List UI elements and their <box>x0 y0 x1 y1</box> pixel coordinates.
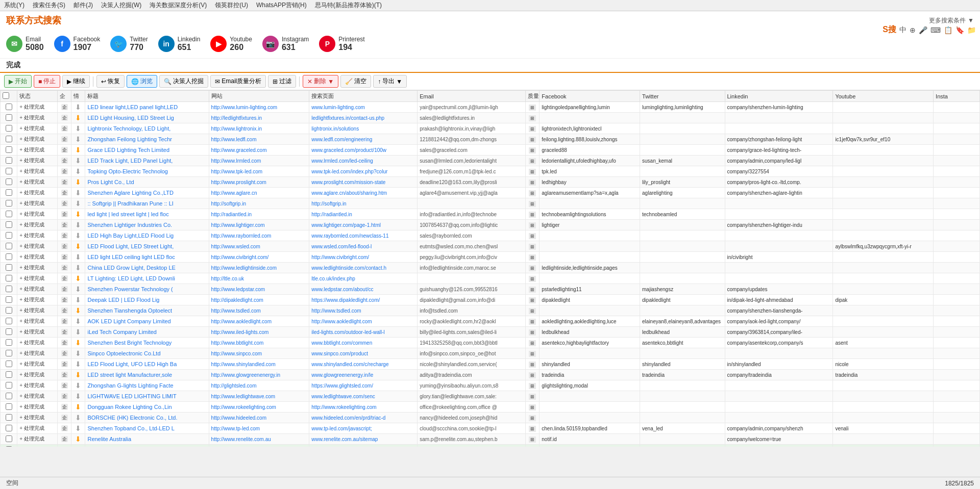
row-checkbox-cell[interactable] <box>1 413 17 423</box>
row-checkbox-cell[interactable] <box>1 327 17 338</box>
row-title[interactable]: Grace LED Lighting Tech Limited <box>85 145 209 156</box>
row-info-icon[interactable]: ⬇ <box>71 434 85 445</box>
row-info-icon[interactable]: ⬇ <box>71 338 85 348</box>
row-company-icon[interactable]: 企 <box>57 145 71 156</box>
row-page[interactable]: www.graceled.com/product/100w <box>309 145 418 156</box>
header-youtube[interactable]: Youtube <box>833 91 934 102</box>
row-title[interactable]: Deepak LED | LED Flood Lig <box>85 295 209 305</box>
row-title[interactable]: Lighting Tech Limited <box>85 445 209 447</box>
row-checkbox-cell[interactable] <box>1 402 17 413</box>
row-checkbox[interactable] <box>6 168 12 174</box>
row-info-icon[interactable]: ⬇ <box>71 316 85 327</box>
menu-decision[interactable]: 决策人挖掘(W) <box>101 1 141 10</box>
row-website[interactable]: http://www.iled-lights.com <box>209 327 309 338</box>
row-page[interactable]: www.raybornled.com/newclass-11 <box>309 230 418 241</box>
row-page[interactable]: ltle.co.uk/index.php <box>309 273 418 284</box>
row-checkbox-cell[interactable] <box>1 359 17 370</box>
row-title[interactable]: Dongguan Rokee Lighting Co.,Lin <box>85 402 209 413</box>
row-title[interactable]: LT Lighting: LED Light, LED Downli <box>85 273 209 284</box>
row-checkbox-cell[interactable] <box>1 316 17 327</box>
row-checkbox-cell[interactable] <box>1 338 17 348</box>
row-company-icon[interactable]: 企 <box>57 380 71 391</box>
row-company-icon[interactable]: 企 <box>57 102 71 113</box>
header-twitter[interactable]: Twitter <box>640 91 725 102</box>
header-instagram[interactable]: Insta <box>934 91 980 102</box>
row-checkbox[interactable] <box>6 221 12 228</box>
row-website[interactable]: http://www.renelite.com.au <box>209 434 309 445</box>
row-checkbox-cell[interactable] <box>1 145 17 156</box>
row-company-icon[interactable]: 企 <box>57 123 71 134</box>
row-website[interactable]: http://www.ledpstar.com <box>209 284 309 295</box>
row-company-icon[interactable]: 企 <box>57 370 71 380</box>
row-checkbox-cell[interactable] <box>1 423 17 434</box>
social-item-twitter[interactable]: 🐦 Twitter 770 <box>110 34 158 54</box>
row-page[interactable]: www.ledfl.com/engineering <box>309 134 418 145</box>
row-info-icon[interactable]: ⬇ <box>71 327 85 338</box>
row-company-icon[interactable]: 企 <box>57 113 71 123</box>
header-checkbox[interactable] <box>1 91 17 102</box>
row-info-icon[interactable]: ⬇ <box>71 134 85 145</box>
row-title[interactable]: Shenzhen Aglare Lighting Co.,LTD <box>85 188 209 198</box>
filter-button[interactable]: ⊞ 过滤 <box>268 75 296 88</box>
row-info-icon[interactable]: ⬇ <box>71 166 85 177</box>
header-title[interactable]: 标题 <box>85 91 209 102</box>
row-checkbox[interactable] <box>6 157 12 164</box>
restore-button[interactable]: ↩ 恢复 <box>96 75 125 88</box>
row-title[interactable]: Shenzhen Topband Co., Ltd-LED L <box>85 423 209 434</box>
row-checkbox[interactable] <box>6 286 12 292</box>
row-info-icon[interactable]: ⬇ <box>71 273 85 284</box>
row-checkbox[interactable] <box>6 243 12 249</box>
row-company-icon[interactable]: 企 <box>57 338 71 348</box>
row-company-icon[interactable]: 企 <box>57 177 71 188</box>
row-website[interactable]: http://www.tsdled.com <box>209 305 309 316</box>
row-page[interactable]: www.ledpstar.com/about/cc <box>309 284 418 295</box>
row-title[interactable]: AOK LED Light Company Limited <box>85 316 209 327</box>
row-checkbox[interactable] <box>6 425 12 431</box>
row-checkbox-cell[interactable] <box>1 391 17 402</box>
row-page[interactable]: www.glowgreenenergy.in/le <box>309 370 418 380</box>
menu-smart[interactable]: 思马特(新品推荐体验)(T) <box>315 1 382 10</box>
row-website[interactable]: http://ledlightfixtures.in <box>209 113 309 123</box>
row-company-icon[interactable]: 企 <box>57 198 71 209</box>
row-page[interactable]: iled-lights.com/outdoor-led-wall-l <box>309 327 418 338</box>
row-page[interactable]: http://softgrip.in <box>309 198 418 209</box>
row-website[interactable]: http://www.graceled.com <box>209 145 309 156</box>
row-checkbox[interactable] <box>6 296 12 303</box>
folder-icon[interactable]: 📁 <box>967 26 976 34</box>
row-website[interactable]: http://www.lumin-lighting.com <box>209 102 309 113</box>
row-checkbox[interactable] <box>6 361 12 367</box>
row-checkbox[interactable] <box>6 232 12 239</box>
row-company-icon[interactable]: 企 <box>57 445 71 447</box>
row-info-icon[interactable]: ⬇ <box>71 402 85 413</box>
row-info-icon[interactable]: ⬇ <box>71 284 85 295</box>
menu-whatsapp[interactable]: WhatsAPP营销(H) <box>256 1 307 10</box>
row-website[interactable]: http://www.lrmled.com <box>209 156 309 166</box>
row-website[interactable]: http://www.lightiger.com <box>209 220 309 230</box>
row-page[interactable]: lightronix.in/solutions <box>309 123 418 134</box>
row-checkbox[interactable] <box>6 339 12 346</box>
row-checkbox[interactable] <box>6 125 12 132</box>
row-website[interactable]: http://www.civibright.com/ <box>209 252 309 263</box>
row-checkbox[interactable] <box>6 371 12 378</box>
row-title[interactable]: LED street light Manufacturer,sole <box>85 370 209 380</box>
row-checkbox-cell[interactable] <box>1 123 17 134</box>
row-checkbox[interactable] <box>6 114 12 121</box>
row-page[interactable]: www.lrmled.com/led-ceiling <box>309 156 418 166</box>
row-page[interactable]: www.ledlightwave.com/senc <box>309 391 418 402</box>
row-info-icon[interactable]: ⬇ <box>71 359 85 370</box>
row-title[interactable]: :: Softgrip || Pradhikaran Pune :: LI <box>85 198 209 209</box>
export-button[interactable]: ↑ 导出 ▼ <box>373 75 407 88</box>
row-info-icon[interactable]: ⬇ <box>71 198 85 209</box>
row-checkbox[interactable] <box>6 189 12 196</box>
row-checkbox[interactable] <box>6 253 12 260</box>
row-website[interactable]: http://glightsled.com <box>209 380 309 391</box>
row-title[interactable]: Shenzhen Best Bright Technology <box>85 338 209 348</box>
decision-button[interactable]: 🔍 决策人挖掘 <box>159 75 208 88</box>
row-info-icon[interactable]: ⬇ <box>71 413 85 423</box>
row-checkbox-cell[interactable] <box>1 380 17 391</box>
row-company-icon[interactable]: 企 <box>57 241 71 252</box>
row-title[interactable]: Shenzhen Tianshengda Optoelect <box>85 305 209 316</box>
row-title[interactable]: Pros Light Co., Ltd <box>85 177 209 188</box>
row-website[interactable]: http://www.raybornled.com <box>209 230 309 241</box>
row-checkbox-cell[interactable] <box>1 284 17 295</box>
